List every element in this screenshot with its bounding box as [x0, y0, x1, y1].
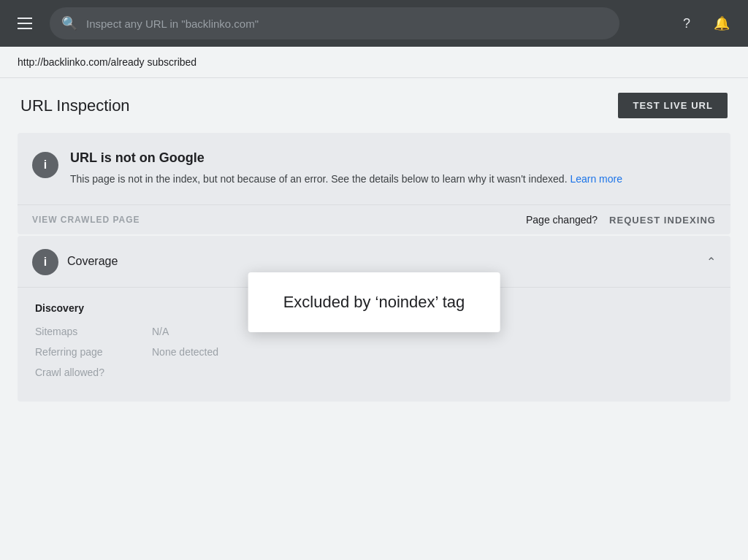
status-description: This page is not in the index, but not b… — [70, 172, 716, 187]
hamburger-menu[interactable] — [12, 12, 38, 35]
coverage-info-icon: i — [32, 249, 58, 275]
page-title: URL Inspection — [20, 96, 130, 115]
crawl-allowed-label: Crawl allowed? — [35, 367, 152, 378]
sitemaps-value: N/A — [152, 326, 169, 337]
learn-more-link[interactable]: Learn more — [570, 173, 622, 185]
top-nav: 🔍 ? 🔔 — [0, 0, 748, 47]
section-header: URL Inspection TEST LIVE URL — [18, 93, 730, 118]
tooltip-text: Excluded by ‘noindex’ tag — [283, 293, 465, 311]
view-crawled-page-button[interactable]: VIEW CRAWLED PAGE — [32, 215, 140, 225]
search-icon: 🔍 — [61, 15, 77, 31]
coverage-tooltip: Excluded by ‘noindex’ tag — [248, 272, 500, 332]
table-row: Crawl allowed? — [35, 367, 713, 378]
referring-page-label: Referring page — [35, 346, 152, 358]
search-bar: 🔍 — [50, 7, 619, 39]
status-card: i URL is not on Google This page is not … — [18, 133, 730, 234]
coverage-card: i Coverage ⌃ Excluded by ‘noindex’ tag D… — [18, 236, 730, 402]
search-input[interactable] — [86, 18, 608, 30]
breadcrumb-bar: http://backlinko.com/already subscribed — [0, 47, 748, 78]
notifications-button[interactable]: 🔔 — [707, 9, 736, 38]
status-actions: VIEW CRAWLED PAGE Page changed? REQUEST … — [18, 204, 730, 234]
page-changed-label: Page changed? — [526, 214, 598, 226]
coverage-title: Coverage — [67, 255, 698, 268]
action-right: Page changed? REQUEST INDEXING — [526, 214, 716, 226]
request-indexing-button[interactable]: REQUEST INDEXING — [609, 215, 716, 226]
referring-page-value: None detected — [152, 346, 218, 358]
status-info-icon: i — [32, 152, 58, 178]
help-button[interactable]: ? — [672, 9, 701, 38]
breadcrumb-url: http://backlinko.com/already subscribed — [18, 56, 196, 68]
table-row: Referring page None detected — [35, 346, 713, 358]
chevron-up-icon: ⌃ — [706, 255, 716, 269]
test-live-url-button[interactable]: TEST LIVE URL — [618, 93, 728, 118]
status-title: URL is not on Google — [70, 150, 716, 166]
main-content: URL Inspection TEST LIVE URL i URL is no… — [0, 78, 748, 416]
bell-icon: 🔔 — [714, 15, 730, 31]
help-icon: ? — [683, 16, 690, 31]
sitemaps-label: Sitemaps — [35, 326, 152, 337]
nav-icons: ? 🔔 — [672, 9, 736, 38]
status-text-block: URL is not on Google This page is not in… — [70, 150, 716, 187]
status-main: i URL is not on Google This page is not … — [18, 133, 730, 204]
